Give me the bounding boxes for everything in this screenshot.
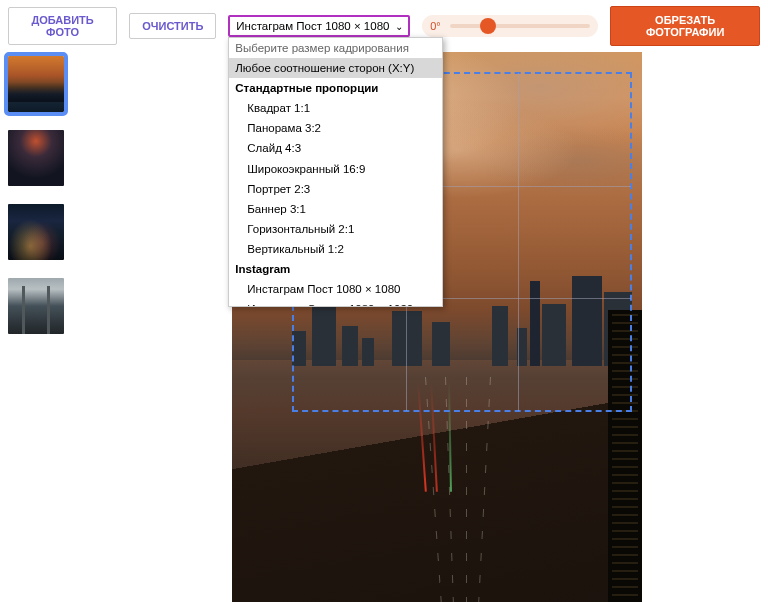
dropdown-item[interactable]: Баннер 3:1: [229, 199, 442, 219]
rotation-slider-thumb[interactable]: [480, 18, 496, 34]
thumbnail[interactable]: [8, 130, 64, 186]
crop-size-dropdown[interactable]: Выберите размер кадрирования Любое соотн…: [228, 37, 443, 307]
thumbnail[interactable]: [8, 56, 64, 112]
dropdown-item[interactable]: Горизонтальный 2:1: [229, 219, 442, 239]
thumbnail-strip: [0, 52, 72, 602]
clear-button[interactable]: ОЧИСТИТЬ: [129, 13, 216, 39]
chevron-down-icon: ⌄: [395, 21, 403, 32]
add-photo-button[interactable]: ДОБАВИТЬ ФОТО: [8, 7, 117, 45]
dropdown-item-free-ratio[interactable]: Любое соотношение сторон (X:Y): [229, 58, 442, 78]
crop-photos-button[interactable]: ОБРЕЗАТЬ ФОТОГРАФИИ: [610, 6, 760, 46]
crop-size-selected-text: Инстаграм Пост 1080 × 1080: [236, 20, 389, 32]
crop-size-select[interactable]: Инстаграм Пост 1080 × 1080 ⌄ Выберите ра…: [228, 15, 410, 37]
dropdown-item[interactable]: Вертикальный 1:2: [229, 239, 442, 259]
dropdown-item[interactable]: Портрет 2:3: [229, 179, 442, 199]
dropdown-item[interactable]: Инстаграм Сторис 1080 × 1920: [229, 299, 442, 307]
dropdown-item[interactable]: Инстаграм Пост 1080 × 1080: [229, 279, 442, 299]
dropdown-item[interactable]: Панорама 3:2: [229, 118, 442, 138]
dropdown-placeholder: Выберите размер кадрирования: [229, 38, 442, 58]
dropdown-group-instagram: Instagram: [229, 259, 442, 279]
thumbnail[interactable]: [8, 278, 64, 334]
rotation-slider[interactable]: [450, 24, 590, 28]
rotation-control[interactable]: 0°: [422, 15, 598, 37]
thumbnail[interactable]: [8, 204, 64, 260]
crop-size-select-value[interactable]: Инстаграм Пост 1080 × 1080 ⌄: [228, 15, 410, 37]
dropdown-group-standard: Стандартные пропорции: [229, 78, 442, 98]
dropdown-item[interactable]: Квадрат 1:1: [229, 98, 442, 118]
dropdown-item[interactable]: Широкоэкранный 16:9: [229, 159, 442, 179]
rotation-value: 0°: [430, 20, 444, 32]
dropdown-item[interactable]: Слайд 4:3: [229, 138, 442, 158]
toolbar: ДОБАВИТЬ ФОТО ОЧИСТИТЬ Инстаграм Пост 10…: [0, 0, 768, 52]
